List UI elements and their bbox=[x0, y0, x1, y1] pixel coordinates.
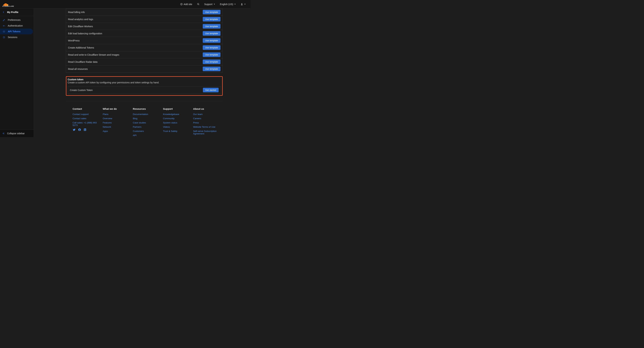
footer-col-what: What we do Plans Overview Features Netwo… bbox=[103, 107, 130, 137]
language-label: English (US) bbox=[220, 3, 233, 6]
braces-icon bbox=[2, 30, 6, 33]
template-row: Read analytics and logs Use template bbox=[66, 16, 222, 23]
template-row: Read Cloudflare Radar data Use template bbox=[66, 58, 222, 66]
footer-link-overview[interactable]: Overview bbox=[103, 117, 130, 120]
top-header: CLOUDFLARE Add site Support ▼ English (U… bbox=[0, 0, 250, 9]
sidebar-item-preferences[interactable]: Preferences bbox=[0, 17, 33, 23]
search-button[interactable] bbox=[194, 3, 202, 6]
clock-icon bbox=[2, 36, 6, 39]
footer-link-knowledgebase[interactable]: Knowledgebase bbox=[163, 113, 190, 116]
svg-point-3 bbox=[242, 4, 242, 4]
footer-link-our-team[interactable]: Our team bbox=[193, 113, 220, 116]
use-template-button[interactable]: Use template bbox=[203, 24, 220, 29]
sidebar: My Profile Preferences Authentication AP… bbox=[0, 9, 34, 137]
template-label: Create Additional Tokens bbox=[68, 46, 94, 49]
plus-circle-icon bbox=[180, 3, 182, 6]
use-template-button[interactable]: Use template bbox=[203, 60, 220, 64]
template-label: Edit load balancing configuration bbox=[68, 32, 102, 35]
footer-link-blog[interactable]: Blog bbox=[133, 117, 160, 120]
support-dropdown[interactable]: Support ▼ bbox=[202, 3, 218, 6]
custom-token-description: Create a custom API token by configuring… bbox=[68, 81, 221, 86]
get-started-button[interactable]: Get started bbox=[203, 88, 218, 92]
sidebar-item-sessions[interactable]: Sessions bbox=[0, 34, 33, 40]
search-icon bbox=[197, 3, 200, 6]
svg-point-2 bbox=[197, 3, 199, 5]
use-template-button[interactable]: Use template bbox=[203, 17, 220, 22]
collapse-label: Collapse sidebar bbox=[7, 132, 25, 135]
use-template-button[interactable]: Use template bbox=[203, 10, 220, 14]
language-dropdown[interactable]: English (US) ▼ bbox=[218, 3, 238, 6]
support-label: Support bbox=[204, 3, 212, 6]
use-template-button[interactable]: Use template bbox=[203, 38, 220, 43]
page-title: My Profile bbox=[7, 11, 18, 14]
double-chevron-left-icon bbox=[2, 132, 5, 135]
sidebar-item-api-tokens[interactable]: API Tokens bbox=[0, 29, 33, 34]
footer-link-press[interactable]: Press bbox=[193, 121, 220, 124]
sidebar-item-authentication[interactable]: Authentication bbox=[0, 23, 33, 29]
add-site-button[interactable]: Add site bbox=[178, 3, 194, 6]
profile-back[interactable]: My Profile bbox=[0, 9, 34, 16]
use-template-button[interactable]: Use template bbox=[203, 53, 220, 57]
template-label: Read Cloudflare Radar data bbox=[68, 61, 98, 63]
footer-link-subscription[interactable]: Self-serve Subscription Agreement bbox=[193, 130, 220, 135]
cloudflare-logo[interactable]: CLOUDFLARE bbox=[2, 2, 16, 7]
sidebar-item-label: Authentication bbox=[8, 24, 23, 27]
chevron-down-icon: ▼ bbox=[234, 3, 236, 5]
footer-link-privacy[interactable]: Privacy Policy bbox=[193, 137, 220, 137]
use-template-button[interactable]: Use template bbox=[203, 45, 220, 50]
footer-link-customers[interactable]: Customers bbox=[133, 130, 160, 132]
template-row: WordPress Use template bbox=[66, 37, 222, 44]
api-token-template-list: Read billing info Use template Read anal… bbox=[66, 9, 223, 73]
footer-link-contact-support[interactable]: Contact support bbox=[73, 113, 99, 116]
sidebar-item-label: API Tokens bbox=[8, 30, 20, 33]
footer: Contact Contact support Contact sales Ca… bbox=[66, 101, 223, 137]
arrow-left-icon bbox=[2, 11, 5, 13]
footer-link-terms[interactable]: Website Terms of Use bbox=[193, 126, 220, 128]
template-label: Read and write to Cloudflare Stream and … bbox=[68, 54, 120, 56]
footer-phone: Call sales: +1 (888) 993 5273 bbox=[73, 121, 99, 127]
template-label: Read analytics and logs bbox=[68, 18, 93, 21]
footer-link-api[interactable]: API bbox=[133, 134, 160, 137]
custom-token-section: Custom token Create a custom API token b… bbox=[66, 76, 223, 96]
footer-col-resources: Resources Documentation Blog Case studie… bbox=[133, 107, 160, 137]
footer-link-apps[interactable]: Apps bbox=[103, 130, 130, 132]
user-icon bbox=[240, 3, 243, 6]
account-dropdown[interactable]: ▼ bbox=[238, 3, 248, 6]
template-row: Edit load balancing configuration Use te… bbox=[66, 30, 222, 37]
linkedin-icon[interactable] bbox=[84, 128, 86, 131]
svg-point-4 bbox=[3, 25, 4, 26]
custom-token-heading: Custom token bbox=[68, 78, 221, 81]
svg-text:CLOUDFLARE: CLOUDFLARE bbox=[2, 6, 14, 7]
footer-col-about: About us Our team Careers Press Website … bbox=[193, 107, 220, 137]
footer-link-plans[interactable]: Plans bbox=[103, 113, 130, 116]
collapse-sidebar-button[interactable]: Collapse sidebar bbox=[0, 130, 34, 137]
template-label: Edit Cloudflare Workers bbox=[68, 25, 93, 28]
footer-link-network[interactable]: Network bbox=[103, 126, 130, 128]
use-template-button[interactable]: Use template bbox=[203, 31, 220, 36]
footer-heading: What we do bbox=[103, 107, 130, 110]
footer-link-contact-sales[interactable]: Contact sales bbox=[73, 117, 99, 120]
footer-heading: Contact bbox=[73, 107, 99, 110]
footer-link-system-status[interactable]: System status bbox=[163, 121, 190, 124]
facebook-icon[interactable] bbox=[78, 128, 81, 131]
sidebar-item-label: Preferences bbox=[8, 19, 20, 21]
footer-col-contact: Contact Contact support Contact sales Ca… bbox=[73, 107, 99, 137]
footer-link-community[interactable]: Community bbox=[163, 117, 190, 120]
key-icon bbox=[2, 25, 6, 27]
footer-link-documentation[interactable]: Documentation bbox=[133, 113, 160, 116]
footer-col-support: Support Knowledgebase Community System s… bbox=[163, 107, 190, 137]
footer-link-case-studies[interactable]: Case studies bbox=[133, 121, 160, 124]
footer-link-videos[interactable]: Videos bbox=[163, 126, 190, 128]
footer-link-partners[interactable]: Partners bbox=[133, 126, 160, 128]
template-row: Read and write to Cloudflare Stream and … bbox=[66, 51, 222, 58]
chevron-down-icon: ▼ bbox=[214, 3, 215, 5]
twitter-icon[interactable] bbox=[73, 128, 76, 131]
footer-link-features[interactable]: Features bbox=[103, 121, 130, 124]
pencil-icon bbox=[2, 19, 6, 21]
footer-link-trust-safety[interactable]: Trust & Safety bbox=[163, 130, 190, 132]
footer-link-careers[interactable]: Careers bbox=[193, 117, 220, 120]
template-row: Read billing info Use template bbox=[66, 9, 222, 16]
template-label: Read all resources bbox=[68, 68, 88, 70]
footer-heading: Support bbox=[163, 107, 190, 110]
use-template-button[interactable]: Use template bbox=[203, 67, 220, 71]
